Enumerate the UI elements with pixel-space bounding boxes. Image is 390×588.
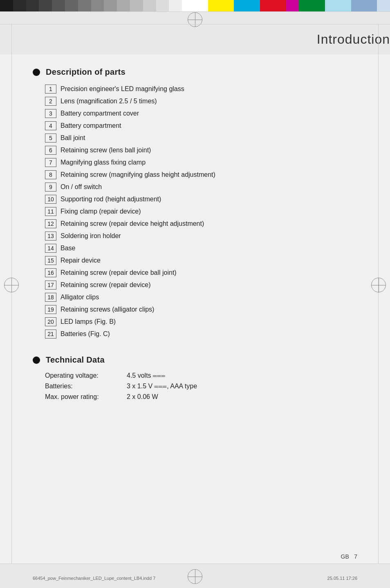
part-text: Lens (magnification 2.5 / 5 times) [61,96,357,106]
tech-label: Batteries: [45,383,127,390]
country-code: GB [341,553,349,560]
footer-trim [0,564,390,564]
bullet-icon [33,69,40,76]
description-heading: Description of parts [33,67,357,77]
part-item: 20LED lamps (Fig. B) [45,317,357,327]
part-number: 14 [45,244,56,253]
technical-heading: Technical Data [33,355,357,365]
part-number: 7 [45,158,56,167]
part-text: Supporting rod (height adjustment) [61,194,357,204]
swatch-cyan2 [247,0,260,11]
swatch-9 [104,0,117,11]
swatch-13 [156,0,169,11]
part-number: 13 [45,232,56,241]
trim-line-top [0,11,390,12]
part-text: Retaining screws (alligator clips) [61,305,357,314]
swatch-paleblue [377,0,390,11]
part-number: 1 [45,85,56,94]
swatch-11 [130,0,143,11]
part-text: Batteries (Fig. C) [61,329,357,339]
part-text: Retaining screw (lens ball joint) [61,145,357,155]
part-item: 1Precision engineer's LED magnifying gla… [45,84,357,94]
swatch-yellow2 [221,0,234,11]
part-number: 11 [45,207,56,216]
part-number: 5 [45,134,56,143]
part-item: 18Alligator clips [45,292,357,302]
tech-label: Max. power rating: [45,393,127,401]
swatch-6 [65,0,78,11]
part-item: 4Battery compartment [45,121,357,131]
footer-date: 25.05.11 17:26 [327,576,357,581]
part-text: Alligator clips [61,292,357,302]
footer-bar: 66454_pow_Feinmechaniker_LED_Lupe_conten… [0,564,390,588]
main-content: Description of parts 1Precision engineer… [0,67,390,425]
part-item: 19Retaining screws (alligator clips) [45,305,357,314]
color-swatches [0,0,390,11]
part-item: 11Fixing clamp (repair device) [45,207,357,216]
part-number: 6 [45,146,56,155]
part-number: 12 [45,219,56,228]
part-number: 21 [45,330,56,339]
part-number: 4 [45,121,56,130]
part-number: 17 [45,281,56,290]
part-item: 17Retaining screw (repair device) [45,280,357,290]
part-number: 20 [45,317,56,326]
part-text: Fixing clamp (repair device) [61,207,357,216]
part-text: Battery compartment [61,121,357,131]
top-bar [0,0,390,24]
part-item: 13Soldering iron holder [45,231,357,241]
part-text: Precision engineer's LED magnifying glas… [61,84,357,94]
crosshair-top [188,12,202,27]
swatch-cyan [234,0,247,11]
swatch-yellow [208,0,221,11]
bullet-icon-tech [33,356,40,364]
crosshair-bottom [188,569,202,584]
swatch-ltblue [325,0,338,11]
description-heading-text: Description of parts [46,67,126,77]
swatch-ltblue2 [338,0,351,11]
swatch-8 [91,0,104,11]
swatch-green2 [312,0,325,11]
part-number: 15 [45,256,56,265]
part-number: 18 [45,293,56,302]
swatch-blue [351,0,364,11]
swatch-10 [117,0,130,11]
swatch-3 [26,0,39,11]
swatch-blue2 [364,0,377,11]
swatch-12 [143,0,156,11]
tech-label: Operating voltage: [45,372,127,379]
part-text: Retaining screw (magnifying glass height… [61,170,357,180]
parts-list: 1Precision engineer's LED magnifying gla… [45,84,357,339]
footer-filename: 66454_pow_Feinmechaniker_LED_Lupe_conten… [33,576,155,581]
part-text: On / off switch [61,182,357,192]
page-number-area: GB 7 [341,553,357,560]
part-item: 5Ball joint [45,133,357,143]
tech-value: 3 x 1.5 V ═══, AAA type [127,383,357,390]
section-header: Introduction [0,24,390,54]
swatch-1 [0,0,13,11]
part-item: 15Repair device [45,256,357,265]
part-item: 10Supporting rod (height adjustment) [45,194,357,204]
part-item: 14Base [45,243,357,253]
part-number: 9 [45,183,56,192]
part-number: 2 [45,97,56,106]
part-text: Soldering iron holder [61,231,357,241]
swatch-16 [195,0,208,11]
tech-data-grid: Operating voltage:4.5 volts ═══Batteries… [45,372,357,401]
part-text: Battery compartment cover [61,109,357,118]
part-item: 6Retaining screw (lens ball joint) [45,145,357,155]
part-text: Base [61,243,357,253]
swatch-pink [286,0,299,11]
part-number: 10 [45,195,56,204]
part-item: 9On / off switch [45,182,357,192]
swatch-14 [169,0,182,11]
part-text: Retaining screw (repair device ball join… [61,268,357,278]
swatch-magenta [260,0,273,11]
swatch-4 [39,0,52,11]
swatch-magenta2 [273,0,286,11]
tech-value: 2 x 0.06 W [127,393,357,401]
section-title: Introduction [317,32,390,47]
swatch-7 [78,0,91,11]
part-item: 2Lens (magnification 2.5 / 5 times) [45,96,357,106]
trim-line-topbar-bottom [0,24,390,24]
